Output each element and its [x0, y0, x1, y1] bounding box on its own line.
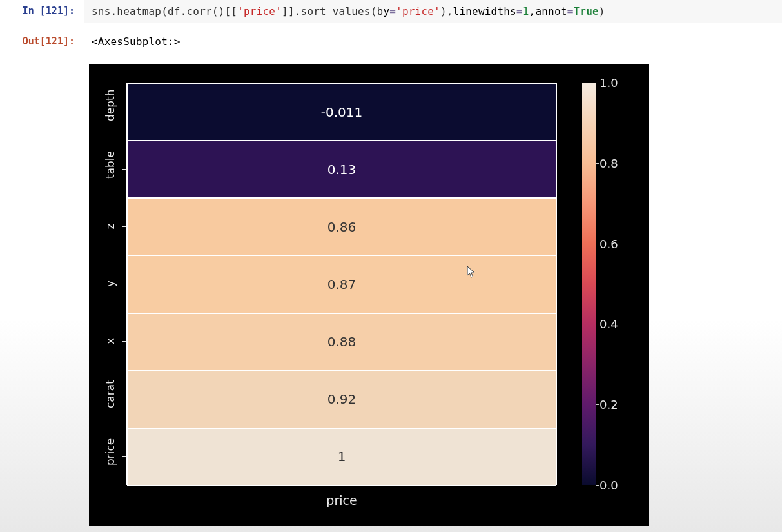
heatmap-plot: price -0.0110.130.860.870.880.921 deptht…	[89, 64, 649, 526]
y-tick-label: carat	[104, 389, 117, 408]
heatmap-cell-value: 0.86	[327, 219, 357, 235]
y-tick-label: z	[104, 217, 117, 236]
colorbar-tick-label: 0.4	[600, 317, 618, 331]
x-axis-label: price	[326, 493, 357, 507]
y-tick-label: depth	[104, 102, 117, 121]
heatmap-grid: price -0.0110.130.860.870.880.921	[126, 83, 557, 485]
output-cell: Out[121]: <AxesSubplot:>	[0, 30, 782, 53]
output-text: <AxesSubplot:>	[84, 30, 782, 53]
input-cell: In [121]: sns.heatmap(df.corr()[['price'…	[0, 0, 782, 23]
y-tick-label: y	[104, 274, 117, 293]
heatmap-cell-value: 0.88	[327, 334, 357, 350]
heatmap-cell: 0.88	[127, 313, 556, 371]
heatmap-cell-value: -0.011	[321, 104, 362, 120]
heatmap-cell: 0.86	[127, 198, 556, 255]
colorbar-tick-label: 1.0	[600, 76, 618, 90]
y-tick-label: table	[104, 159, 117, 179]
heatmap-cell: -0.011	[127, 83, 556, 141]
heatmap-cell: 0.13	[127, 141, 556, 198]
heatmap-cell-value: 1	[338, 449, 346, 464]
heatmap-cell: 0.87	[127, 255, 556, 313]
colorbar-tick-label: 0.2	[600, 398, 618, 411]
input-prompt: In [121]:	[0, 0, 84, 22]
colorbar-tick-label: 0.6	[600, 237, 618, 250]
code-input[interactable]: sns.heatmap(df.corr()[['price']].sort_va…	[84, 0, 782, 23]
heatmap-cell: 1	[127, 428, 556, 486]
heatmap-cell-value: 0.87	[327, 277, 357, 292]
output-prompt: Out[121]:	[0, 30, 84, 52]
colorbar: 1.00.80.60.40.20.0	[582, 83, 596, 485]
heatmap-cell-value: 0.92	[327, 391, 357, 407]
y-tick-label: price	[104, 446, 117, 466]
heatmap-cell: 0.92	[127, 371, 556, 428]
heatmap-cell-value: 0.13	[327, 162, 357, 177]
colorbar-tick-label: 0.8	[600, 156, 618, 170]
y-tick-label: x	[104, 331, 117, 351]
colorbar-tick-label: 0.0	[600, 478, 618, 492]
